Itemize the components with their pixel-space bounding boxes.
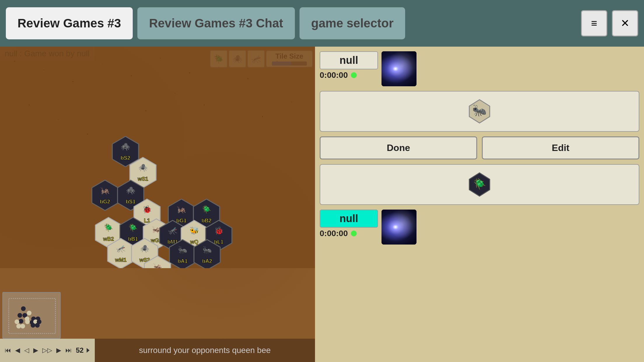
player2-timer-row: 0:00:00 [320,229,378,238]
svg-text:bA1: bA1 [178,258,188,264]
player1-name-box: null [320,51,378,69]
hex-board: 🕷️ bS2 🕷️ wS1 🦗 bG2 🕷️ bS1 [0,47,315,268]
player2-info: null 0:00:00 [320,210,639,245]
svg-text:bG1: bG1 [176,218,186,224]
svg-text:bB1: bB1 [128,236,138,242]
tab-review-games[interactable]: Review Games #3 [6,7,133,39]
svg-point-83 [19,319,23,324]
svg-text:🕷️: 🕷️ [121,142,130,151]
piece-panel: 🪲 [320,164,639,205]
step-counter: 52 [75,346,85,354]
svg-point-85 [25,319,30,324]
svg-point-9 [247,78,249,79]
header: Review Games #3 Review Games #3 Chat gam… [0,0,644,47]
svg-text:bG2: bG2 [100,199,110,205]
bottom-bar: ⏮ ◀ ◁ ▶ ▷▷ ▶ ⏭ 52 surround your opponent… [0,339,315,362]
slow-button[interactable]: ◁ [23,346,30,355]
svg-point-76 [21,306,26,311]
svg-point-5 [131,75,132,76]
svg-point-16 [175,93,176,94]
svg-point-78 [18,313,22,318]
svg-text:🪲: 🪲 [104,223,113,232]
svg-text:🐜: 🐜 [202,245,212,254]
svg-rect-75 [3,293,61,339]
svg-point-3 [72,81,74,82]
done-label: Done [387,143,410,153]
action-buttons: Done Edit [320,136,639,159]
next-step-button[interactable]: ▶ [55,346,62,355]
svg-text:🕷️: 🕷️ [126,186,136,195]
svg-text:bB2: bB2 [202,218,211,224]
svg-text:🪲: 🪲 [202,205,211,214]
svg-point-91 [31,323,35,328]
svg-text:🕷️: 🕷️ [140,244,150,253]
prev-step-button[interactable]: ◀ [14,346,21,355]
svg-text:🕷️: 🕷️ [138,163,148,172]
svg-point-19 [262,116,263,117]
svg-point-18 [233,128,234,129]
svg-text:🦗: 🦗 [100,186,110,195]
svg-point-17 [204,104,205,106]
player1-name: null [340,54,358,66]
svg-point-89 [16,324,21,328]
player1-avatar [382,51,416,86]
done-button[interactable]: Done [320,136,477,159]
player2-timer: 0:00:00 [320,229,348,238]
fast-button[interactable]: ▷▷ [41,346,53,355]
svg-text:🪲: 🪲 [473,178,486,190]
svg-point-12 [58,119,59,120]
tab-chat-label: Review Games #3 Chat [149,16,283,30]
svg-text:bA2: bA2 [202,258,212,264]
minimap [2,292,61,339]
svg-point-2 [43,70,44,71]
player1-timer-row: 0:00:00 [320,71,378,80]
svg-text:🦗: 🦗 [153,261,162,268]
player1-timer: 0:00:00 [320,71,348,80]
tab-review-games-chat[interactable]: Review Games #3 Chat [137,7,295,39]
playback-controls: ⏮ ◀ ◁ ▶ ▷▷ ▶ ⏭ 52 [0,339,95,362]
player2-galaxy-image [382,210,416,245]
menu-icon: ≡ [591,17,597,29]
svg-point-14 [116,99,117,99]
right-panel: null 0:00:00 🐜 Done E [315,47,644,362]
svg-text:🐝: 🐝 [190,226,199,235]
player1-galaxy-image [382,51,416,86]
player2-name: null [340,212,358,224]
skip-end-button[interactable]: ⏭ [64,346,73,355]
svg-point-84 [15,319,19,324]
player2-avatar [382,210,416,245]
tab-game-selector-label: game selector [311,16,393,30]
svg-text:wM1: wM1 [115,257,126,263]
play-indicator [87,348,91,353]
player1-timer-dot [351,72,357,78]
svg-point-1 [14,61,15,62]
edit-button[interactable]: Edit [482,136,639,159]
insect-panel-1: 🐜 [320,91,639,132]
svg-text:🐞: 🐞 [214,226,224,235]
svg-point-15 [145,110,146,111]
tab-game-selector[interactable]: game selector [300,7,405,39]
skip-start-button[interactable]: ⏮ [4,346,12,355]
svg-point-11 [29,104,30,106]
play-button[interactable]: ▶ [32,346,39,355]
svg-point-77 [27,311,32,315]
board-area: null : Game won by null 🪲 🕷️ 🦟 Tile Size [0,47,315,362]
ant-piece: 🐜 [466,98,493,124]
close-button[interactable]: ✕ [612,10,638,36]
svg-text:bS1: bS1 [126,199,135,205]
svg-text:🐞: 🐞 [142,205,152,214]
svg-text:🦟: 🦟 [168,226,178,235]
svg-text:🐜: 🐜 [472,103,487,117]
beetle-piece: 🪲 [466,171,493,198]
svg-point-13 [87,133,88,135]
tab-review-games-label: Review Games #3 [18,16,121,30]
player1-info: null 0:00:00 [320,51,639,86]
svg-text:🪲: 🪲 [128,223,138,232]
svg-point-20 [291,102,292,103]
svg-text:🦗: 🦗 [177,205,186,214]
menu-button[interactable]: ≡ [581,10,607,36]
svg-point-8 [218,67,219,67]
player2-name-box: null [320,210,378,228]
edit-label: Edit [552,143,569,153]
main-content: null : Game won by null 🪲 🕷️ 🦟 Tile Size [0,47,644,362]
